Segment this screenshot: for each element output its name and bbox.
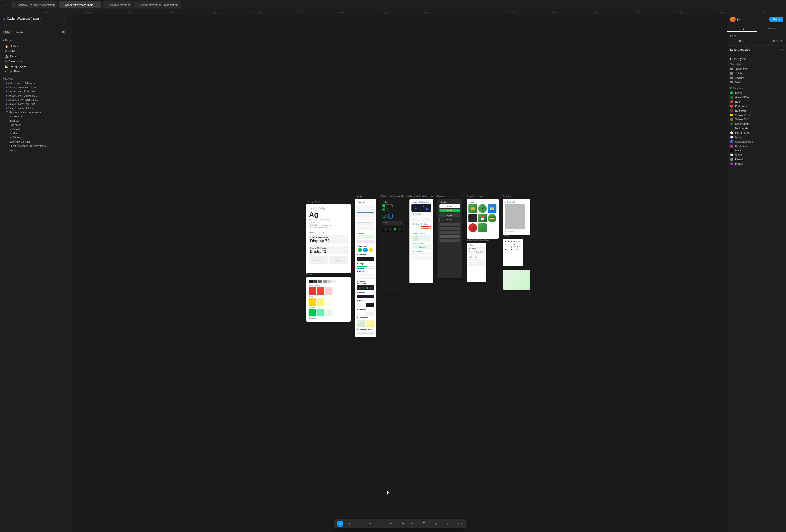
layer-label: Default, Icon=Off, Heade...: [8, 107, 38, 110]
color-item-red[interactable]: Red: [730, 99, 783, 104]
select-tool[interactable]: ↖: [337, 521, 343, 527]
color-item-purple[interactable]: Purple: [730, 162, 783, 166]
color-item-green50[interactable]: Green 50%: [730, 95, 783, 99]
page-item-case-study[interactable]: Case study: [0, 59, 69, 64]
visibility-icon[interactable]: 👁: [780, 39, 783, 43]
page-item-update[interactable]: 🔥 Update: [0, 44, 69, 49]
layer-item-3d[interactable]: 3d resources: [0, 115, 69, 119]
layer-item-default[interactable]: ◆ Default: [0, 127, 69, 131]
frame-chevron[interactable]: ▾: [367, 521, 373, 527]
style-item-link-text[interactable]: Link text: [730, 71, 783, 76]
color-item-yellow100[interactable]: Yellow 100%: [730, 113, 783, 117]
tab-cashero-main[interactable]: ◻ CasheroPayment (main) ✕: [59, 1, 101, 8]
diamond-icon: ◆: [6, 90, 7, 93]
pen-chevron[interactable]: ▾: [409, 521, 415, 527]
layer-item[interactable]: ◆ Hoover, Icon=Right, Hea...: [0, 89, 69, 94]
style-item-button-text[interactable]: Button text: [730, 67, 783, 71]
color-item-gradient-cards[interactable]: Gradient cards: [730, 139, 783, 144]
assets-tab[interactable]: Assets: [13, 30, 25, 34]
color-label: Yellow 100%: [735, 114, 750, 116]
layer-label: Checkbox/loader/Progress status...: [9, 144, 48, 147]
pages-section-header[interactable]: ▾ Pages +: [0, 36, 69, 44]
ellipse-tool[interactable]: ○: [433, 521, 439, 527]
color-item-green-dark[interactable]: Green dark: [730, 122, 783, 126]
code-tool[interactable]: </>: [457, 521, 463, 527]
page-color-swatch[interactable]: [730, 39, 734, 43]
color-item-dark-mode[interactable]: Dark mode: [730, 126, 783, 131]
color-item-black[interactable]: Black: [730, 148, 783, 153]
title-bar: ⌂ ◻ Cashero Research presentation ◻ Cash…: [0, 0, 786, 10]
component-tool[interactable]: ⊕: [445, 521, 451, 527]
color-item-background[interactable]: Background: [730, 131, 783, 135]
prototype-tab[interactable]: Prototype: [757, 25, 786, 32]
ruler-mark: -4000: [109, 11, 152, 13]
text-styles-subtitle: Text styles: [730, 63, 783, 66]
search-icon[interactable]: 🔍: [62, 30, 66, 34]
add-style-icon[interactable]: +: [781, 56, 783, 61]
local-variables-settings-icon[interactable]: ⚙: [780, 48, 783, 51]
frame-tool[interactable]: ⊞: [358, 521, 364, 527]
page-item-design-system[interactable]: 📐 Design System: [0, 64, 69, 69]
design-tab[interactable]: Design: [727, 25, 757, 32]
add-tab-button[interactable]: +: [183, 2, 189, 8]
color-item-yellow50[interactable]: Yellow 50%: [730, 117, 783, 122]
chevron-tool[interactable]: ▾: [346, 521, 352, 527]
tab-icon: ◻: [137, 4, 138, 6]
color-item-flowkit[interactable]: Flowkit: [730, 157, 783, 162]
color-item-red50[interactable]: Red 50%: [730, 108, 783, 113]
page-label: Design System: [10, 65, 28, 68]
tab-close-icon[interactable]: ✕: [97, 4, 99, 6]
color-swatch: [730, 144, 733, 147]
home-button[interactable]: ⌂: [3, 2, 9, 8]
tab-cashero[interactable]: ◻ CasheroPayment: [103, 1, 132, 8]
layer-item-icons[interactable]: Icons: [0, 148, 69, 152]
tab-cashero-presentation[interactable]: ◻ CasheroPayment (Presentation): [134, 1, 181, 8]
shape-chevron[interactable]: ▾: [388, 521, 394, 527]
layer-item[interactable]: ◆ Hoover, Icon=Off, Heade...: [0, 94, 69, 98]
ruler-mark: 1500: [574, 11, 617, 13]
color-item-red-border[interactable]: Red border: [730, 104, 783, 108]
toolbar-divider: [376, 521, 376, 526]
page-item-mobile[interactable]: Mobile: [0, 49, 69, 54]
file-title[interactable]: ⊞ CasheroPayment (main) ▾: [3, 17, 42, 20]
layer-item-blackout-child[interactable]: ◆ Blackout: [0, 136, 69, 140]
color-swatch: [730, 118, 733, 121]
style-label: Bold: [735, 81, 740, 84]
layer-item[interactable]: ◆ Default, Icon=Off, Heade...: [0, 106, 69, 110]
color-item-green[interactable]: Green: [730, 91, 783, 95]
shape-tool[interactable]: □: [379, 521, 385, 527]
page-item-user-flow[interactable]: + User Flow: [0, 69, 69, 74]
sidebar-header: ⊞ CasheroPayment (main) ▾ ⊟: [0, 14, 69, 23]
pen-tool[interactable]: ✒: [400, 521, 406, 527]
file-tab[interactable]: File: [3, 30, 11, 34]
play-button[interactable]: ▷: [738, 18, 740, 21]
layer-item[interactable]: ◆ Active, Icon=Off, Header...: [0, 81, 69, 85]
layer-label: Active, Icon=Off, Header...: [8, 82, 37, 85]
sidebar-toggle-icon[interactable]: ⊟: [63, 17, 66, 21]
color-label: Background: [735, 131, 749, 134]
layer-item-white[interactable]: ◆ white: [0, 131, 69, 136]
style-item-bold[interactable]: Bold: [730, 80, 783, 85]
add-page-icon[interactable]: +: [64, 38, 66, 43]
page-item-research[interactable]: 🔬 Research: [0, 54, 69, 59]
more-menu-icon[interactable]: ···: [780, 3, 783, 7]
layer-item-blackout[interactable]: Blackout: [0, 119, 69, 123]
tab-label: CasheroPayment: [109, 3, 130, 6]
color-item-white[interactable]: White: [730, 135, 783, 139]
text-tool[interactable]: T: [421, 521, 427, 527]
frame-icon: [6, 111, 8, 114]
layer-item-bgsheet[interactable]: bg sheet: [0, 123, 69, 127]
layer-item[interactable]: ◆ Default, Icon=Right, Hea...: [0, 102, 69, 106]
color-item-white2[interactable]: White: [730, 153, 783, 157]
layers-section-header[interactable]: ▾ Layers: [0, 75, 69, 81]
layer-item-payment[interactable]: Payment related components: [0, 110, 69, 115]
layer-item-checkbox[interactable]: Checkbox/loader/Progress status...: [0, 144, 69, 148]
layer-item[interactable]: ◆ Default, Icon=Paste, Hea...: [0, 98, 69, 102]
style-item-medium[interactable]: Medium: [730, 76, 783, 80]
color-item-gradients[interactable]: Gradients: [730, 144, 783, 148]
canvas[interactable]: Typography SF PRO Display Ag ABCDEFGHIJK…: [73, 14, 727, 532]
tab-cashero-research[interactable]: ◻ Cashero Research presentation: [11, 1, 57, 8]
layer-item[interactable]: ◆ Hoover, Icon=Paste, Hea...: [0, 85, 69, 89]
share-button[interactable]: Share: [769, 17, 783, 22]
layer-item-date[interactable]: Date/calendar/filter: [0, 140, 69, 144]
